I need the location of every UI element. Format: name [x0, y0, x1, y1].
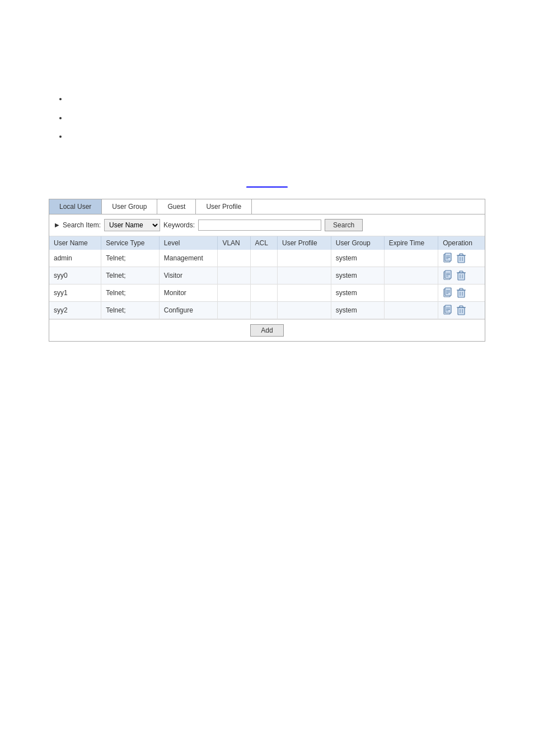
- tabs-bar: Local User User Group Guest User Profile: [49, 199, 485, 214]
- table-row: syy0Telnet;Visitorsystem: [49, 267, 485, 284]
- table-row: adminTelnet;Managementsystem: [49, 250, 485, 267]
- cell-service-type: Telnet;: [101, 250, 160, 267]
- cell-user-name: syy0: [49, 267, 101, 284]
- cell-expire-time: [384, 284, 438, 301]
- cell-level: Monitor: [159, 284, 218, 301]
- col-vlan: VLAN: [218, 236, 250, 250]
- bullet-item-1: [67, 90, 500, 109]
- cell-vlan: [218, 267, 250, 284]
- keywords-input[interactable]: [198, 220, 321, 231]
- svg-rect-27: [460, 288, 463, 290]
- cell-acl: [250, 301, 277, 319]
- tab-guest[interactable]: Guest: [157, 199, 196, 214]
- edit-icon[interactable]: [443, 287, 453, 298]
- underline-link[interactable]: ___________: [246, 180, 287, 188]
- delete-icon[interactable]: [456, 287, 466, 298]
- search-bar: ▶ Search Item: User NameService TypeLeve…: [49, 214, 485, 236]
- cell-user-group: system: [331, 301, 384, 319]
- keywords-label: Keywords:: [163, 221, 195, 229]
- cell-service-type: Telnet;: [101, 267, 160, 284]
- svg-rect-35: [458, 307, 465, 315]
- col-user-profile: User Profile: [277, 236, 331, 250]
- col-user-group: User Group: [331, 236, 384, 250]
- cell-vlan: [218, 301, 250, 319]
- cell-service-type: Telnet;: [101, 301, 160, 319]
- search-arrow-icon: ▶: [55, 222, 59, 228]
- cell-expire-time: [384, 250, 438, 267]
- cell-level: Visitor: [159, 267, 218, 284]
- col-acl: ACL: [250, 236, 277, 250]
- col-service-type: Service Type: [101, 236, 160, 250]
- user-table: User Name Service Type Level VLAN ACL Us…: [49, 236, 485, 319]
- cell-user-group: system: [331, 267, 384, 284]
- cell-user-group: system: [331, 250, 384, 267]
- edit-icon[interactable]: [443, 305, 453, 316]
- table-row: syy1Telnet;Monitorsystem: [49, 284, 485, 301]
- cell-operation: [438, 250, 485, 267]
- cell-user-profile: [277, 284, 331, 301]
- cell-vlan: [218, 284, 250, 301]
- svg-rect-5: [458, 255, 465, 263]
- tab-user-group[interactable]: User Group: [102, 199, 157, 214]
- table-row: syy2Telnet;Configuresystem: [49, 301, 485, 319]
- tab-local-user[interactable]: Local User: [49, 199, 102, 214]
- link-area: ___________: [34, 180, 500, 188]
- cell-expire-time: [384, 301, 438, 319]
- edit-icon[interactable]: [443, 270, 453, 281]
- cell-acl: [250, 267, 277, 284]
- cell-user-name: admin: [49, 250, 101, 267]
- col-user-name: User Name: [49, 236, 101, 250]
- add-row: Add: [49, 319, 485, 341]
- cell-acl: [250, 250, 277, 267]
- main-panel: Local User User Group Guest User Profile…: [49, 199, 485, 342]
- svg-rect-15: [458, 273, 465, 280]
- cell-user-name: syy2: [49, 301, 101, 319]
- delete-icon[interactable]: [456, 253, 466, 264]
- cell-level: Configure: [159, 301, 218, 319]
- bullet-item-3: [67, 127, 500, 146]
- edit-icon[interactable]: [443, 253, 453, 264]
- search-item-select[interactable]: User NameService TypeLevel: [104, 219, 160, 231]
- delete-icon[interactable]: [456, 305, 466, 316]
- delete-icon[interactable]: [456, 270, 466, 281]
- svg-rect-17: [460, 271, 463, 273]
- cell-operation: [438, 301, 485, 319]
- cell-user-group: system: [331, 284, 384, 301]
- bullet-item-2: [67, 109, 500, 128]
- add-button[interactable]: Add: [250, 324, 283, 337]
- svg-rect-7: [460, 254, 463, 255]
- page-wrapper: ___________ Local User User Group Guest …: [0, 0, 534, 364]
- cell-operation: [438, 284, 485, 301]
- cell-user-profile: [277, 301, 331, 319]
- bullet-section: [34, 90, 500, 146]
- cell-user-name: syy1: [49, 284, 101, 301]
- cell-service-type: Telnet;: [101, 284, 160, 301]
- col-operation: Operation: [438, 236, 485, 250]
- svg-rect-25: [458, 290, 465, 297]
- cell-user-profile: [277, 267, 331, 284]
- cell-user-profile: [277, 250, 331, 267]
- cell-vlan: [218, 250, 250, 267]
- table-header-row: User Name Service Type Level VLAN ACL Us…: [49, 236, 485, 250]
- search-button[interactable]: Search: [325, 219, 363, 231]
- col-level: Level: [159, 236, 218, 250]
- cell-acl: [250, 284, 277, 301]
- col-expire-time: Expire Time: [384, 236, 438, 250]
- cell-operation: [438, 267, 485, 284]
- svg-rect-37: [460, 306, 463, 307]
- cell-level: Management: [159, 250, 218, 267]
- search-item-label: Search Item:: [63, 221, 101, 229]
- cell-expire-time: [384, 267, 438, 284]
- tab-user-profile[interactable]: User Profile: [196, 199, 252, 214]
